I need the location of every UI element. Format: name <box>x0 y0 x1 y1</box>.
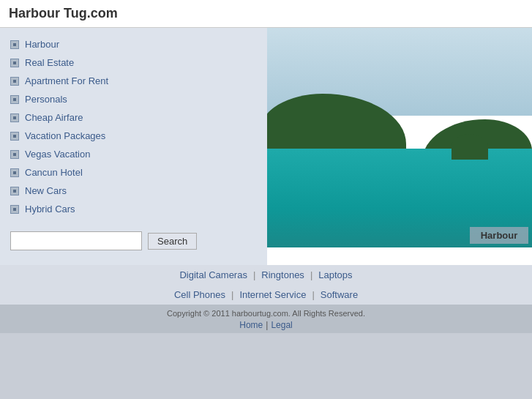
sidebar-item-hybrid-cars[interactable]: Hybrid Cars <box>0 200 267 218</box>
sidebar-item-label: Real Estate <box>25 57 74 68</box>
harbour-island <box>452 134 488 160</box>
footer-link-home[interactable]: Home <box>236 320 266 330</box>
nav-bullet-icon <box>10 113 19 122</box>
search-button[interactable]: Search <box>148 233 197 250</box>
copyright-text: Copyright © 2011 harbourtug.com. All Rig… <box>7 309 525 318</box>
nav-bullet-icon <box>10 40 19 49</box>
nav-bullet-icon <box>10 205 19 214</box>
sidebar-item-harbour[interactable]: Harbour <box>0 35 267 53</box>
sidebar-item-new-cars[interactable]: New Cars <box>0 182 267 200</box>
sidebar-item-label: Harbour <box>25 39 59 50</box>
links-row-2: Cell Phones | Internet Service | Softwar… <box>0 285 532 305</box>
harbour-overlay: Harbour <box>470 227 528 244</box>
footer-link-legal[interactable]: Legal <box>268 320 295 330</box>
sidebar-item-vegas-vacation[interactable]: Vegas Vacation <box>0 145 267 163</box>
nav-bullet-icon <box>10 150 19 159</box>
sidebar-item-label: Hybrid Cars <box>25 204 75 215</box>
link-internet-service[interactable]: Internet Service <box>233 289 312 300</box>
sidebar: HarbourReal EstateApartment For RentPers… <box>0 28 267 265</box>
footer-links: Home | Legal <box>7 320 525 330</box>
link-ringtones[interactable]: Ringtones <box>255 269 310 280</box>
nav-bullet-icon <box>10 168 19 177</box>
link-digital-cameras[interactable]: Digital Cameras <box>173 269 252 280</box>
sidebar-item-label: New Cars <box>25 185 67 196</box>
search-area: Search <box>0 218 267 258</box>
sidebar-item-cheap-airfare[interactable]: Cheap Airfare <box>0 108 267 127</box>
image-panel: Harbour <box>267 28 532 247</box>
sidebar-item-cancun-hotel[interactable]: Cancun Hotel <box>0 163 267 182</box>
sidebar-item-real-estate[interactable]: Real Estate <box>0 53 267 72</box>
main-content: HarbourReal EstateApartment For RentPers… <box>0 28 532 265</box>
link-cell-phones[interactable]: Cell Phones <box>168 289 231 300</box>
bottom-area <box>0 333 532 399</box>
site-title: Harbour Tug.com <box>9 6 523 21</box>
search-input[interactable] <box>10 231 142 250</box>
links-row-1: Digital Cameras | Ringtones | Laptops <box>0 265 532 285</box>
site-header: Harbour Tug.com <box>0 0 532 28</box>
nav-bullet-icon <box>10 132 19 141</box>
harbour-overlay-text: Harbour <box>481 230 518 241</box>
sidebar-item-label: Vegas Vacation <box>25 149 90 160</box>
nav-bullet-icon <box>10 59 19 67</box>
nav-list: HarbourReal EstateApartment For RentPers… <box>0 35 267 218</box>
footer: Copyright © 2011 harbourtug.com. All Rig… <box>0 305 532 333</box>
nav-bullet-icon <box>10 95 19 104</box>
sidebar-item-label: Cheap Airfare <box>25 112 83 123</box>
links-section: Digital Cameras | Ringtones | Laptops Ce… <box>0 265 532 305</box>
sidebar-item-label: Personals <box>25 94 67 105</box>
sidebar-item-apartment-for-rent[interactable]: Apartment For Rent <box>0 72 267 90</box>
nav-bullet-icon <box>10 77 19 86</box>
sidebar-item-label: Cancun Hotel <box>25 167 83 178</box>
nav-bullet-icon <box>10 187 19 195</box>
sidebar-item-label: Vacation Packages <box>25 130 105 141</box>
sidebar-item-vacation-packages[interactable]: Vacation Packages <box>0 127 267 145</box>
link-laptops[interactable]: Laptops <box>312 269 358 280</box>
link-software[interactable]: Software <box>315 289 364 300</box>
sidebar-item-personals[interactable]: Personals <box>0 90 267 108</box>
sidebar-item-label: Apartment For Rent <box>25 75 108 86</box>
